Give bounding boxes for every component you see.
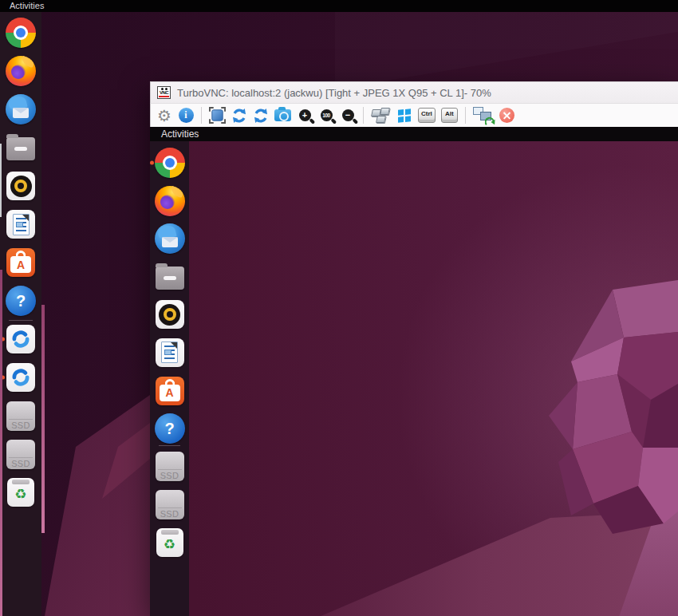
screen: Activities A ?	[0, 0, 678, 616]
close-icon	[499, 108, 514, 123]
connection-info-button[interactable]: i	[178, 106, 194, 125]
outer-dock-item-trash[interactable]: ♻	[6, 477, 36, 507]
trash-icon: ♻	[156, 528, 183, 557]
outer-dock-item-firefox[interactable]	[6, 56, 36, 86]
ssd-drive-icon: SSD	[6, 440, 35, 469]
gear-icon: ⚙	[157, 108, 171, 124]
ubuntu-software-icon: A	[156, 377, 184, 405]
ubuntu-software-icon: A	[6, 248, 35, 277]
zoom-100-button[interactable]: 100	[318, 106, 334, 125]
inner-dock-item-files[interactable]	[155, 262, 185, 292]
outer-dock-item-help[interactable]: ?	[6, 286, 36, 316]
inner-dock-separator	[159, 445, 180, 446]
window-titlebar[interactable]: VNC TurboVNC: localhost:2 (jackwu) [Tigh…	[150, 81, 678, 104]
toolbar-separator	[201, 107, 202, 124]
zoom-in-button[interactable]: +	[297, 106, 313, 125]
left-edge-wallpaper-sliver	[0, 270, 2, 616]
ctrl-alt-del-keys-icon	[371, 108, 391, 124]
outer-dock-item-turbovnc-1[interactable]	[6, 324, 36, 354]
inner-dock-item-ssd-2[interactable]: SSD	[155, 489, 185, 519]
ctrl-keycap-icon: Ctrl	[418, 108, 436, 123]
outer-dock-item-files[interactable]	[6, 132, 36, 163]
options-button[interactable]: ⚙	[156, 106, 172, 125]
inner-dock-item-firefox[interactable]	[155, 186, 185, 216]
trash-icon: ♻	[7, 478, 34, 507]
alt-toggle-button[interactable]: Alt	[441, 106, 458, 125]
chrome-icon	[155, 148, 185, 178]
libreoffice-writer-icon	[156, 338, 184, 367]
thunderbird-icon	[155, 223, 185, 254]
help-icon: ?	[155, 413, 185, 444]
send-windows-key-button[interactable]	[396, 106, 412, 125]
turbovnc-viewer-icon	[6, 325, 35, 353]
vnc-app-icon: VNC	[157, 86, 171, 99]
rhythmbox-icon	[6, 172, 35, 200]
inner-dock-item-thunderbird[interactable]	[155, 223, 185, 254]
new-connection-icon	[473, 107, 494, 124]
new-connection-button[interactable]	[473, 106, 494, 125]
refresh-button[interactable]	[231, 106, 247, 125]
inner-dock-item-ubuntu-software[interactable]: A	[155, 376, 185, 406]
outer-top-bar: Activities	[0, 0, 678, 12]
inner-dock-item-help[interactable]: ?	[155, 413, 185, 444]
files-folder-icon	[156, 267, 184, 290]
firefox-icon	[6, 56, 36, 86]
inner-top-bar: Activities	[150, 127, 678, 141]
chrome-icon	[6, 18, 36, 48]
toolbar-separator	[363, 107, 364, 124]
outer-dock: A ? SSD	[0, 12, 41, 616]
lossless-refresh-icon	[253, 108, 269, 124]
libreoffice-writer-icon	[6, 210, 35, 239]
ssd-drive-icon: SSD	[156, 490, 184, 519]
full-screen-button[interactable]	[209, 106, 226, 125]
outer-activities-button[interactable]: Activities	[10, 0, 44, 12]
zoom-100-icon: 100	[321, 109, 333, 121]
turbovnc-window: VNC TurboVNC: localhost:2 (jackwu) [Tigh…	[150, 81, 678, 616]
inner-activities-button[interactable]: Activities	[161, 128, 199, 140]
thunderbird-icon	[6, 94, 36, 124]
windows-logo-icon	[398, 109, 411, 123]
zoom-out-button[interactable]: −	[340, 106, 356, 125]
outer-dock-item-turbovnc-2[interactable]	[6, 362, 36, 393]
camera-icon	[274, 109, 291, 121]
outer-dock-item-chrome[interactable]	[6, 18, 36, 48]
toolbar-separator	[465, 107, 466, 124]
outer-dock-item-thunderbird[interactable]	[6, 94, 36, 124]
outer-dock-item-libreoffice-writer[interactable]	[6, 209, 36, 239]
left-edge-window-sliver	[0, 144, 2, 217]
close-connection-button[interactable]	[499, 106, 515, 125]
outer-dock-item-ubuntu-software[interactable]: A	[6, 247, 36, 278]
inner-dock-item-ssd-1[interactable]: SSD	[155, 452, 185, 482]
inner-dock-item-libreoffice-writer[interactable]	[155, 338, 185, 368]
alt-keycap-icon: Alt	[441, 108, 458, 123]
refresh-icon	[231, 108, 247, 124]
remote-desktop-view[interactable]: Activities	[150, 127, 678, 616]
zoom-out-icon: −	[342, 109, 354, 121]
files-folder-icon	[6, 137, 35, 160]
ssd-drive-icon: SSD	[6, 401, 35, 431]
firefox-icon	[155, 186, 185, 216]
send-ctrl-alt-del-button[interactable]	[371, 106, 391, 125]
inner-dock-item-rhythmbox[interactable]	[155, 299, 185, 330]
info-icon: i	[179, 108, 194, 123]
ctrl-toggle-button[interactable]: Ctrl	[418, 106, 436, 125]
ssd-drive-icon: SSD	[156, 452, 184, 481]
vnc-toolbar: ⚙ i	[150, 104, 678, 127]
running-indicator-dot	[150, 161, 154, 165]
outer-dock-item-rhythmbox[interactable]	[6, 171, 36, 201]
screenshot-button[interactable]	[274, 106, 291, 125]
zoom-in-icon: +	[299, 109, 311, 121]
outer-dock-separator	[9, 320, 33, 321]
inner-dock-item-trash[interactable]: ♻	[155, 527, 185, 558]
help-icon: ?	[6, 286, 36, 316]
lossless-refresh-button[interactable]	[253, 106, 269, 125]
fullscreen-icon	[209, 107, 226, 124]
inner-dock: A ? SSD SSD ♻	[150, 141, 189, 616]
outer-dock-item-ssd-2[interactable]: SSD	[6, 439, 36, 469]
rhythmbox-icon	[156, 300, 184, 329]
window-title: TurboVNC: localhost:2 (jackwu) [Tight + …	[177, 87, 491, 99]
inner-dock-item-chrome[interactable]	[155, 148, 185, 178]
outer-dock-item-ssd-1[interactable]: SSD	[6, 401, 36, 431]
turbovnc-viewer-icon	[6, 363, 35, 392]
inner-wallpaper	[150, 141, 678, 616]
